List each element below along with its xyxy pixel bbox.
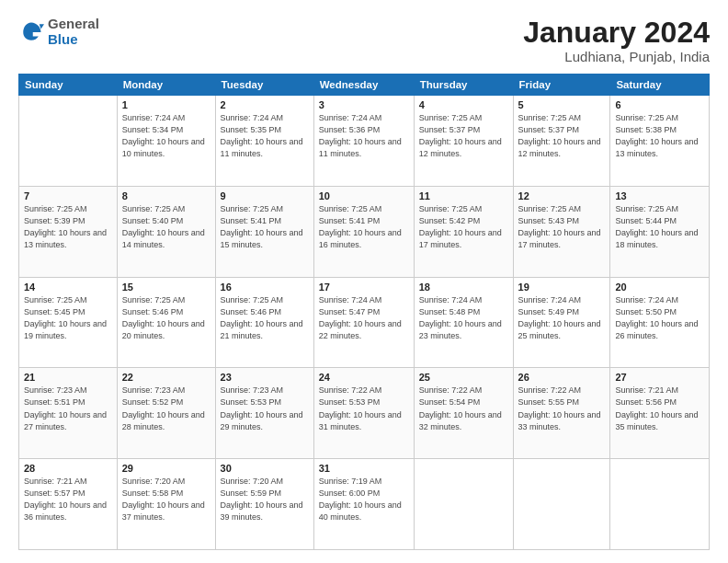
table-cell: 7Sunrise: 7:25 AMSunset: 5:39 PMDaylight… [19,186,118,277]
table-cell: 17Sunrise: 7:24 AMSunset: 5:47 PMDayligh… [313,277,414,368]
day-number: 14 [24,282,112,293]
day-info: Sunrise: 7:24 AMSunset: 5:34 PMDaylight:… [122,112,210,160]
table-cell: 16Sunrise: 7:25 AMSunset: 5:46 PMDayligh… [215,277,313,368]
table-cell: 14Sunrise: 7:25 AMSunset: 5:45 PMDayligh… [19,277,118,368]
day-number: 17 [319,282,409,293]
logo-icon [18,19,44,45]
day-info: Sunrise: 7:25 AMSunset: 5:40 PMDaylight:… [122,203,210,251]
table-cell: 24Sunrise: 7:22 AMSunset: 5:53 PMDayligh… [313,368,414,459]
logo: General Blue [18,17,99,47]
header-row: Sunday Monday Tuesday Wednesday Thursday… [19,75,710,96]
day-info: Sunrise: 7:24 AMSunset: 5:48 PMDaylight:… [419,294,508,342]
table-cell: 5Sunrise: 7:25 AMSunset: 5:37 PMDaylight… [513,96,610,187]
day-info: Sunrise: 7:25 AMSunset: 5:46 PMDaylight:… [122,294,210,342]
table-cell: 12Sunrise: 7:25 AMSunset: 5:43 PMDayligh… [513,186,610,277]
day-number: 19 [518,282,606,293]
table-cell: 23Sunrise: 7:23 AMSunset: 5:53 PMDayligh… [215,368,313,459]
day-info: Sunrise: 7:24 AMSunset: 5:49 PMDaylight:… [518,294,606,342]
col-wednesday: Wednesday [313,75,414,96]
day-info: Sunrise: 7:25 AMSunset: 5:41 PMDaylight:… [319,203,409,251]
day-number: 4 [419,99,508,110]
day-number: 23 [221,372,309,383]
day-number: 18 [419,282,508,293]
day-number: 6 [615,99,704,110]
table-cell: 28Sunrise: 7:21 AMSunset: 5:57 PMDayligh… [19,459,118,550]
table-cell [414,459,513,550]
table-cell: 15Sunrise: 7:25 AMSunset: 5:46 PMDayligh… [117,277,215,368]
week-row-2: 7Sunrise: 7:25 AMSunset: 5:39 PMDaylight… [19,186,710,277]
day-info: Sunrise: 7:24 AMSunset: 5:47 PMDaylight:… [319,294,409,342]
table-cell: 21Sunrise: 7:23 AMSunset: 5:51 PMDayligh… [19,368,118,459]
header: General Blue January 2024 Ludhiana, Punj… [18,17,710,64]
title-block: January 2024 Ludhiana, Punjab, India [523,17,710,64]
day-info: Sunrise: 7:25 AMSunset: 5:37 PMDaylight:… [518,112,606,160]
col-sunday: Sunday [19,75,118,96]
day-number: 20 [615,282,704,293]
col-tuesday: Tuesday [215,75,313,96]
table-cell: 6Sunrise: 7:25 AMSunset: 5:38 PMDaylight… [610,96,710,187]
col-thursday: Thursday [414,75,513,96]
day-info: Sunrise: 7:23 AMSunset: 5:51 PMDaylight:… [24,385,112,432]
day-info: Sunrise: 7:22 AMSunset: 5:53 PMDaylight:… [319,385,409,432]
table-cell: 18Sunrise: 7:24 AMSunset: 5:48 PMDayligh… [414,277,513,368]
day-number: 28 [24,463,112,474]
location: Ludhiana, Punjab, India [523,49,710,64]
day-info: Sunrise: 7:24 AMSunset: 5:35 PMDaylight:… [221,112,309,160]
table-cell: 26Sunrise: 7:22 AMSunset: 5:55 PMDayligh… [513,368,610,459]
day-info: Sunrise: 7:25 AMSunset: 5:44 PMDaylight:… [615,203,704,251]
day-number: 27 [615,372,704,383]
day-number: 15 [122,282,210,293]
day-info: Sunrise: 7:25 AMSunset: 5:41 PMDaylight:… [221,203,309,251]
table-cell: 10Sunrise: 7:25 AMSunset: 5:41 PMDayligh… [313,186,414,277]
day-number: 24 [319,372,409,383]
day-number: 25 [419,372,508,383]
day-number: 2 [221,99,309,110]
table-cell: 3Sunrise: 7:24 AMSunset: 5:36 PMDaylight… [313,96,414,187]
day-info: Sunrise: 7:21 AMSunset: 5:56 PMDaylight:… [615,385,704,432]
week-row-4: 21Sunrise: 7:23 AMSunset: 5:51 PMDayligh… [19,368,710,459]
week-row-5: 28Sunrise: 7:21 AMSunset: 5:57 PMDayligh… [19,459,710,550]
day-number: 12 [518,190,606,201]
calendar-table: Sunday Monday Tuesday Wednesday Thursday… [18,74,710,550]
table-cell: 29Sunrise: 7:20 AMSunset: 5:58 PMDayligh… [117,459,215,550]
day-info: Sunrise: 7:25 AMSunset: 5:37 PMDaylight:… [419,112,508,160]
day-info: Sunrise: 7:23 AMSunset: 5:53 PMDaylight:… [221,385,309,432]
day-number: 31 [319,463,409,474]
day-number: 9 [221,190,309,201]
day-info: Sunrise: 7:25 AMSunset: 5:42 PMDaylight:… [419,203,508,251]
day-info: Sunrise: 7:25 AMSunset: 5:39 PMDaylight:… [24,203,112,251]
table-cell [513,459,610,550]
table-cell: 8Sunrise: 7:25 AMSunset: 5:40 PMDaylight… [117,186,215,277]
table-cell [610,459,710,550]
table-cell: 1Sunrise: 7:24 AMSunset: 5:34 PMDaylight… [117,96,215,187]
logo-blue-text: Blue [48,31,78,47]
day-info: Sunrise: 7:25 AMSunset: 5:38 PMDaylight:… [615,112,704,160]
day-info: Sunrise: 7:22 AMSunset: 5:54 PMDaylight:… [419,385,508,432]
table-cell: 13Sunrise: 7:25 AMSunset: 5:44 PMDayligh… [610,186,710,277]
day-number: 21 [24,372,112,383]
col-monday: Monday [117,75,215,96]
table-cell: 4Sunrise: 7:25 AMSunset: 5:37 PMDaylight… [414,96,513,187]
day-number: 30 [221,463,309,474]
day-info: Sunrise: 7:25 AMSunset: 5:46 PMDaylight:… [221,294,309,342]
day-number: 13 [615,190,704,201]
week-row-3: 14Sunrise: 7:25 AMSunset: 5:45 PMDayligh… [19,277,710,368]
day-info: Sunrise: 7:21 AMSunset: 5:57 PMDaylight:… [24,476,112,523]
day-info: Sunrise: 7:24 AMSunset: 5:36 PMDaylight:… [319,112,409,160]
day-number: 29 [122,463,210,474]
day-info: Sunrise: 7:20 AMSunset: 5:58 PMDaylight:… [122,476,210,523]
day-info: Sunrise: 7:25 AMSunset: 5:45 PMDaylight:… [24,294,112,342]
day-number: 5 [518,99,606,110]
table-cell: 25Sunrise: 7:22 AMSunset: 5:54 PMDayligh… [414,368,513,459]
logo-text: General Blue [48,17,99,47]
day-number: 1 [122,99,210,110]
table-cell: 31Sunrise: 7:19 AMSunset: 6:00 PMDayligh… [313,459,414,550]
table-cell: 11Sunrise: 7:25 AMSunset: 5:42 PMDayligh… [414,186,513,277]
day-number: 7 [24,190,112,201]
day-info: Sunrise: 7:20 AMSunset: 5:59 PMDaylight:… [221,476,309,523]
table-cell [19,96,118,187]
day-number: 8 [122,190,210,201]
day-info: Sunrise: 7:23 AMSunset: 5:52 PMDaylight:… [122,385,210,432]
table-cell: 20Sunrise: 7:24 AMSunset: 5:50 PMDayligh… [610,277,710,368]
day-number: 11 [419,190,508,201]
